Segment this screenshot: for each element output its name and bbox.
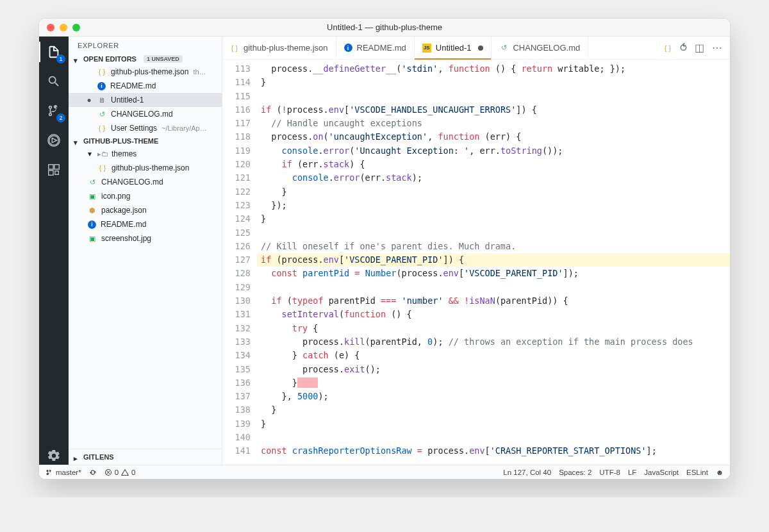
eslint-status[interactable]: ESLint [686, 469, 708, 476]
tree-item-label: package.json [101, 206, 147, 215]
json-file-icon: { } [97, 67, 106, 76]
info-file-icon: i [97, 82, 106, 90]
open-editor-label: Untitled-1 [111, 96, 144, 104]
search-icon[interactable] [45, 72, 63, 90]
editor-tab[interactable]: { }github-plus-theme.json [222, 37, 336, 59]
tab-label: README.md [357, 43, 406, 53]
tree-item-label: icon.png [101, 192, 130, 201]
language-indicator-icon[interactable]: { } [663, 44, 672, 53]
explorer-sidebar: EXPLORER ▾ OPEN EDITORS 1 UNSAVED { }git… [69, 37, 222, 465]
git-branch-status[interactable]: master* [45, 469, 81, 476]
tree-item-label: CHANGELOG.md [101, 178, 163, 187]
encoding-status[interactable]: UTF-8 [599, 469, 620, 476]
project-header[interactable]: ▾ GITHUB-PLUS-THEME [69, 135, 222, 147]
open-editor-item[interactable]: { }User Settings~/Library/Ap… [69, 121, 222, 135]
tab-modified-dot [478, 46, 483, 51]
json-file-icon: { } [98, 163, 107, 172]
open-editors-header[interactable]: ▾ OPEN EDITORS 1 UNSAVED [69, 53, 222, 65]
changelog-file-icon: ↺ [97, 110, 106, 119]
code-editor[interactable]: 1131141151161171181191201211221231241251… [222, 60, 730, 465]
modified-indicator: ● [85, 96, 93, 104]
editor-tab[interactable]: JSUntitled-1 [415, 37, 492, 59]
tree-item[interactable]: ▣icon.png [69, 189, 222, 203]
titlebar: Untitled-1 — github-plus-theme [39, 19, 730, 37]
gitlens-label: GITLENS [83, 453, 114, 461]
problems-status[interactable]: 0 0 [104, 469, 136, 476]
js-file-icon: JS [422, 44, 431, 53]
image-file-icon: ▣ [88, 234, 97, 243]
cursor-position-status[interactable]: Ln 127, Col 40 [503, 469, 551, 476]
changelog-file-icon: ↺ [88, 178, 97, 187]
code-content[interactable]: process.__defineGetter__('stdin', functi… [257, 60, 730, 465]
scm-badge: 2 [56, 113, 65, 122]
unsaved-pill: 1 UNSAVED [144, 55, 183, 63]
tree-item[interactable]: ▾▸🗀themes [69, 147, 222, 161]
json-file-icon: { } [230, 44, 239, 53]
split-editor-icon[interactable]: ◫ [695, 42, 704, 54]
extensions-icon[interactable] [45, 161, 63, 179]
tree-item-label: themes [112, 149, 136, 158]
window-title: Untitled-1 — github-plus-theme [39, 22, 730, 32]
editor-tab[interactable]: iREADME.md [336, 37, 415, 59]
explorer-badge: 1 [56, 54, 65, 63]
app-window: Untitled-1 — github-plus-theme 1 2 [38, 18, 731, 479]
project-tree: ▾▸🗀themes{ }github-plus-theme.json↺CHANG… [69, 147, 222, 245]
package-json-icon: ⬢ [88, 206, 97, 215]
chevron-down-icon: ▾ [74, 138, 79, 144]
gitlens-header[interactable]: ▸ GITLENS [69, 449, 222, 465]
sync-status[interactable] [89, 469, 97, 476]
open-editor-label: CHANGELOG.md [111, 110, 173, 119]
eol-status[interactable]: LF [628, 469, 636, 476]
chevron-down-icon: ▾ [74, 56, 79, 62]
file-icon: 🗎 [97, 96, 106, 104]
debug-icon[interactable] [45, 131, 63, 149]
tree-item[interactable]: iREADME.md [69, 217, 222, 231]
feedback-smiley-icon[interactable]: ☻ [716, 469, 724, 476]
tree-item[interactable]: ↺CHANGELOG.md [69, 175, 222, 189]
open-editor-hint: ~/Library/Ap… [161, 124, 207, 132]
settings-gear-icon[interactable] [45, 447, 63, 465]
sidebar-title: EXPLORER [69, 37, 222, 53]
language-mode-status[interactable]: JavaScript [644, 469, 679, 476]
tree-item-label: README.md [101, 220, 146, 229]
activity-bar: 1 2 [39, 37, 69, 465]
open-editors-label: OPEN EDITORS [83, 55, 136, 63]
more-actions-icon[interactable]: ⋯ [712, 42, 722, 54]
tree-item-label: github-plus-theme.json [112, 163, 189, 172]
tree-item[interactable]: { }github-plus-theme.json [69, 161, 222, 175]
open-editor-label: README.md [110, 81, 156, 90]
status-bar: master* 0 0 Ln 127, Col 40 Spaces: 2 UTF… [39, 465, 730, 479]
open-editor-label: User Settings [111, 124, 157, 133]
tab-label: CHANGELOG.md [513, 43, 580, 53]
open-editor-hint: th… [193, 68, 206, 76]
compare-icon[interactable]: ⥀ [680, 42, 687, 54]
open-editor-item[interactable]: iREADME.md [69, 79, 222, 93]
tree-item[interactable]: ⬢package.json [69, 203, 222, 217]
image-file-icon: ▣ [88, 192, 97, 201]
tree-item[interactable]: ▣screenshot.jpg [69, 231, 222, 245]
tree-item-label: screenshot.jpg [101, 234, 151, 243]
info-file-icon: i [344, 44, 352, 52]
changelog-file-icon: ↺ [499, 44, 508, 53]
tab-label: github-plus-theme.json [244, 43, 328, 53]
chevron-right-icon: ▸ [74, 454, 79, 460]
chevron-down-icon: ▾ [88, 149, 94, 158]
editor-tab[interactable]: ↺CHANGELOG.md [492, 37, 588, 59]
explorer-icon[interactable]: 1 [45, 43, 63, 61]
line-number-gutter: 1131141151161171181191201211221231241251… [222, 60, 257, 465]
editor-toolbar: { } ⥀ ◫ ⋯ [663, 37, 730, 59]
folder-icon: ▸🗀 [98, 149, 107, 158]
tab-bar: { }github-plus-theme.jsoniREADME.mdJSUnt… [222, 37, 730, 60]
editor-area: { }github-plus-theme.jsoniREADME.mdJSUnt… [222, 37, 730, 465]
indentation-status[interactable]: Spaces: 2 [559, 469, 591, 476]
open-editor-item[interactable]: { }github-plus-theme.jsonth… [69, 65, 222, 79]
open-editor-item[interactable]: ↺CHANGELOG.md [69, 107, 222, 121]
info-file-icon: i [88, 220, 96, 229]
source-control-icon[interactable]: 2 [45, 102, 63, 120]
tab-label: Untitled-1 [436, 43, 472, 53]
open-editor-label: github-plus-theme.json [111, 67, 188, 76]
project-label: GITHUB-PLUS-THEME [83, 137, 158, 145]
open-editor-item[interactable]: ●🗎Untitled-1 [69, 93, 222, 107]
json-file-icon: { } [97, 124, 106, 133]
open-editors-list: { }github-plus-theme.jsonth…iREADME.md●🗎… [69, 65, 222, 135]
